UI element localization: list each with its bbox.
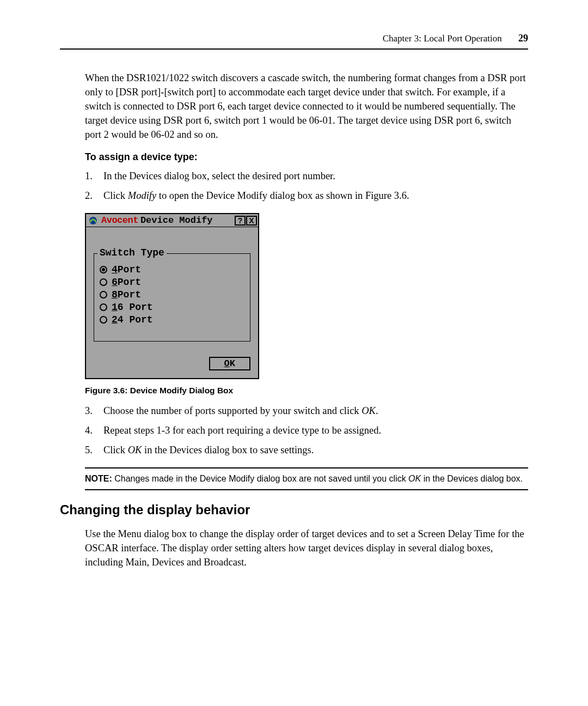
dialog-title-text: Device Modify bbox=[140, 215, 213, 226]
section-body: Use the Menu dialog box to change the di… bbox=[85, 527, 528, 570]
list-item: 2.Click Modify to open the Device Modify… bbox=[85, 189, 528, 203]
option-accel: 8 bbox=[112, 289, 118, 300]
radio-icon bbox=[100, 303, 107, 311]
step-number: 2. bbox=[85, 189, 103, 203]
step-text: In the Devices dialog box, select the de… bbox=[103, 169, 528, 184]
chapter-label: Chapter 3: Local Port Operation bbox=[383, 33, 502, 44]
radio-icon bbox=[100, 278, 107, 286]
radio-icon bbox=[100, 316, 107, 324]
note-label: NOTE: bbox=[85, 474, 112, 483]
step-text: Choose the number of ports supported by … bbox=[103, 404, 528, 418]
section-heading: Changing the display behavior bbox=[60, 502, 528, 518]
page-number: 29 bbox=[518, 33, 528, 44]
option-rest: Port bbox=[118, 289, 141, 300]
option-rest: Port bbox=[118, 277, 141, 288]
note-box: NOTE: Changes made in the Device Modify … bbox=[85, 467, 528, 490]
help-button[interactable]: ? bbox=[235, 216, 246, 226]
option-rest: 6 Port bbox=[118, 302, 153, 313]
switch-type-option[interactable]: 8 Port bbox=[100, 289, 244, 300]
option-rest: Port bbox=[118, 264, 141, 275]
dialog-titlebar: Avocent Device Modify ? X bbox=[86, 214, 258, 227]
list-item: 3.Choose the number of ports supported b… bbox=[85, 404, 528, 418]
note-pre: Changes made in the Device Modify dialog… bbox=[112, 474, 408, 483]
note-post: in the Devices dialog box. bbox=[421, 474, 523, 483]
switch-type-group: Switch Type 4 Port6 Port8 Port16 Port24 … bbox=[94, 253, 250, 342]
page-header: Chapter 3: Local Port Operation 29 bbox=[60, 33, 528, 50]
ok-rest: K bbox=[230, 358, 235, 369]
switch-type-option[interactable]: 24 Port bbox=[100, 314, 244, 325]
switch-type-option[interactable]: 6 Port bbox=[100, 277, 244, 288]
step-number: 5. bbox=[85, 443, 103, 458]
option-accel: 6 bbox=[112, 277, 118, 288]
list-item: 4.Repeat steps 1-3 for each port requiri… bbox=[85, 424, 528, 438]
step-text: Click OK in the Devices dialog box to sa… bbox=[103, 443, 528, 458]
option-accel: 4 bbox=[112, 264, 118, 275]
assign-device-heading: To assign a device type: bbox=[85, 151, 528, 163]
intro-paragraph: When the DSR1021/1022 switch discovers a… bbox=[85, 71, 528, 142]
radio-icon bbox=[100, 266, 107, 273]
step-number: 4. bbox=[85, 424, 103, 438]
close-button[interactable]: X bbox=[246, 216, 257, 226]
switch-type-option[interactable]: 16 Port bbox=[100, 302, 244, 313]
list-item: 1.In the Devices dialog box, select the … bbox=[85, 169, 528, 184]
steps-list-b: 3.Choose the number of ports supported b… bbox=[85, 404, 528, 458]
step-text: Click Modify to open the Device Modify d… bbox=[103, 189, 528, 203]
step-number: 1. bbox=[85, 169, 103, 184]
avocent-logo-icon bbox=[87, 216, 99, 226]
steps-list-a: 1.In the Devices dialog box, select the … bbox=[85, 169, 528, 203]
list-item: 5.Click OK in the Devices dialog box to … bbox=[85, 443, 528, 458]
step-number: 3. bbox=[85, 404, 103, 418]
ok-button[interactable]: OK bbox=[209, 357, 250, 370]
dialog-brand: Avocent bbox=[101, 215, 138, 226]
step-text: Repeat steps 1-3 for each port requiring… bbox=[103, 424, 528, 438]
radio-icon bbox=[100, 291, 107, 299]
option-accel: 1 bbox=[112, 302, 118, 313]
note-ok: OK bbox=[408, 474, 421, 483]
option-rest: 4 Port bbox=[118, 314, 153, 325]
option-accel: 2 bbox=[112, 314, 118, 325]
switch-type-option[interactable]: 4 Port bbox=[100, 264, 244, 275]
ok-accel: O bbox=[224, 358, 230, 369]
device-modify-dialog: Avocent Device Modify ? X Switch Type 4 … bbox=[85, 213, 259, 379]
figure-caption: Figure 3.6: Device Modify Dialog Box bbox=[85, 386, 528, 395]
switch-type-legend: Switch Type bbox=[97, 247, 167, 258]
